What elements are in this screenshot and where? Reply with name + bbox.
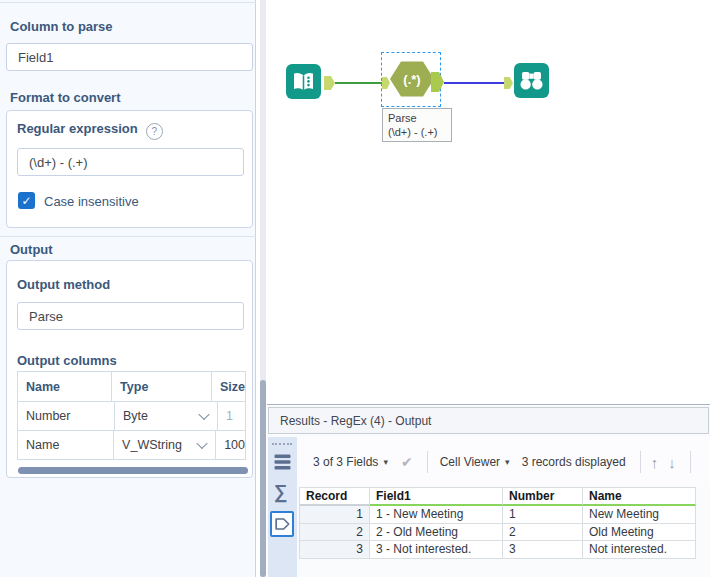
annotation-line1: Parse <box>388 111 446 125</box>
results-header-name[interactable]: Name <box>583 488 696 506</box>
record-cell[interactable]: 2 <box>300 524 370 542</box>
case-insensitive-label: Case insensitive <box>44 194 139 209</box>
rows-view-icon[interactable] <box>273 453 292 472</box>
output-column-row: Name V_WString 100 <box>18 430 245 459</box>
drag-handle[interactable] <box>272 443 292 445</box>
output-method-select[interactable]: Parse <box>17 302 244 330</box>
sigma-icon[interactable]: ∑ <box>274 481 288 503</box>
binoculars-icon <box>516 65 547 96</box>
col-header-type[interactable]: Type <box>112 372 212 401</box>
help-icon[interactable]: ? <box>146 123 163 140</box>
chevron-down-icon[interactable] <box>196 438 207 449</box>
section-divider <box>0 236 256 237</box>
column-type-select[interactable]: V_WString <box>114 431 216 459</box>
panel-scrollbar-thumb[interactable] <box>260 380 266 577</box>
arrow-down-icon[interactable]: ↓ <box>668 454 676 471</box>
output-method-value: Parse <box>29 309 63 324</box>
section-divider <box>0 2 256 3</box>
format-to-convert-label: Format to convert <box>10 90 121 105</box>
tool-annotation[interactable]: Parse (\d+) - (.+) <box>382 108 452 142</box>
toolbar-separator <box>427 451 428 473</box>
output-column-row: Number Byte 1 <box>18 401 245 430</box>
name-cell[interactable]: New Meeting <box>583 506 696 524</box>
column-size-cell[interactable]: 1 <box>218 402 245 430</box>
name-cell[interactable]: Old Meeting <box>583 524 696 542</box>
regular-expression-value: (\d+) - (.+) <box>29 155 88 170</box>
results-title-bar[interactable]: Results - RegEx (4) - Output <box>268 407 709 434</box>
regular-expression-label: Regular expression? <box>17 121 163 140</box>
checkmark-icon: ✓ <box>21 194 31 208</box>
record-cell[interactable]: 3 <box>300 541 370 559</box>
horizontal-scrollbar-thumb[interactable] <box>18 467 248 474</box>
output-label: Output <box>10 242 53 257</box>
data-view-toggle[interactable] <box>270 511 294 537</box>
records-displayed-label: 3 records displayed <box>522 455 626 469</box>
col-header-name[interactable]: Name <box>18 372 112 401</box>
results-title: Results - RegEx (4) - Output <box>280 414 431 428</box>
tag-icon <box>272 514 292 534</box>
results-header-record[interactable]: Record <box>300 488 370 506</box>
toolbar-separator <box>640 451 641 473</box>
column-type-select[interactable]: Byte <box>115 402 218 430</box>
output-group: Output method Parse Output columns Name … <box>6 260 253 478</box>
caret-down-icon[interactable]: ▾ <box>383 457 388 467</box>
regex-config-panel: Column to parse Field1 Format to convert… <box>0 0 256 577</box>
output-columns-table: Name Type Size Number Byte 1 Name V_WStr… <box>17 371 246 460</box>
name-cell[interactable]: Not interested. <box>583 541 696 559</box>
field1-cell[interactable]: 3 - Not interested. <box>370 541 503 559</box>
output-columns-label: Output columns <box>17 353 117 368</box>
browse-tool-input-anchor[interactable] <box>504 77 513 89</box>
results-header-number[interactable]: Number <box>503 488 583 506</box>
results-panel: Results - RegEx (4) - Output ∑ 3 of 3 Fi… <box>267 404 710 577</box>
regex-tool-output-anchor[interactable] <box>431 72 444 92</box>
column-to-parse-select[interactable]: Field1 <box>6 43 253 71</box>
book-icon <box>288 66 319 97</box>
column-to-parse-value: Field1 <box>18 50 53 65</box>
regex-glyph: (.*) <box>403 72 420 87</box>
panel-scrollbar-track[interactable] <box>260 0 266 577</box>
apply-check-icon[interactable]: ✔ <box>401 454 413 470</box>
record-cell[interactable]: 1 <box>300 506 370 524</box>
results-header-field1[interactable]: Field1 <box>370 488 503 506</box>
arrow-up-icon[interactable]: ↑ <box>651 454 659 471</box>
results-table: Record Field1 Number Name 1 1 - New Meet… <box>299 487 696 559</box>
format-group: Regular expression? (\d+) - (.+) ✓ Case … <box>6 110 253 228</box>
number-cell[interactable]: 1 <box>503 506 583 524</box>
number-cell[interactable]: 3 <box>503 541 583 559</box>
field1-cell[interactable]: 1 - New Meeting <box>370 506 503 524</box>
caret-down-icon[interactable]: ▾ <box>505 457 510 467</box>
case-insensitive-checkbox[interactable]: ✓ <box>18 192 35 209</box>
regex-tool[interactable]: (.*) <box>390 58 434 100</box>
column-size-cell[interactable]: 100 <box>216 431 245 459</box>
results-toolbar: 3 of 3 Fields ▾ ✔ Cell Viewer ▾ 3 record… <box>297 437 710 487</box>
regular-expression-input[interactable]: (\d+) - (.+) <box>17 148 244 176</box>
alteryx-designer-window: Column to parse Field1 Format to convert… <box>0 0 710 577</box>
input-tool-output-anchor[interactable] <box>324 76 335 90</box>
wire-input-to-regex[interactable] <box>335 82 383 84</box>
toolbar-separator <box>690 451 691 473</box>
input-data-tool[interactable] <box>286 64 321 99</box>
cell-viewer-button[interactable]: Cell Viewer <box>440 455 500 469</box>
wire-regex-to-browse[interactable] <box>444 82 504 84</box>
output-method-label: Output method <box>17 277 110 292</box>
column-to-parse-label: Column to parse <box>10 19 113 34</box>
field1-cell[interactable]: 2 - Old Meeting <box>370 524 503 542</box>
number-cell[interactable]: 2 <box>503 524 583 542</box>
workflow-canvas[interactable]: (.*) Parse (\d+) - (.+) <box>267 0 710 404</box>
browse-tool[interactable] <box>514 63 549 98</box>
column-name-cell[interactable]: Number <box>18 402 115 430</box>
col-header-size[interactable]: Size <box>212 372 245 401</box>
chevron-down-icon[interactable] <box>198 409 209 420</box>
fields-selector[interactable]: 3 of 3 Fields <box>313 455 378 469</box>
results-side-strip: ∑ <box>268 437 297 577</box>
output-columns-header-row: Name Type Size <box>18 372 245 401</box>
column-name-cell[interactable]: Name <box>18 431 114 459</box>
annotation-line2: (\d+) - (.+) <box>388 125 446 139</box>
